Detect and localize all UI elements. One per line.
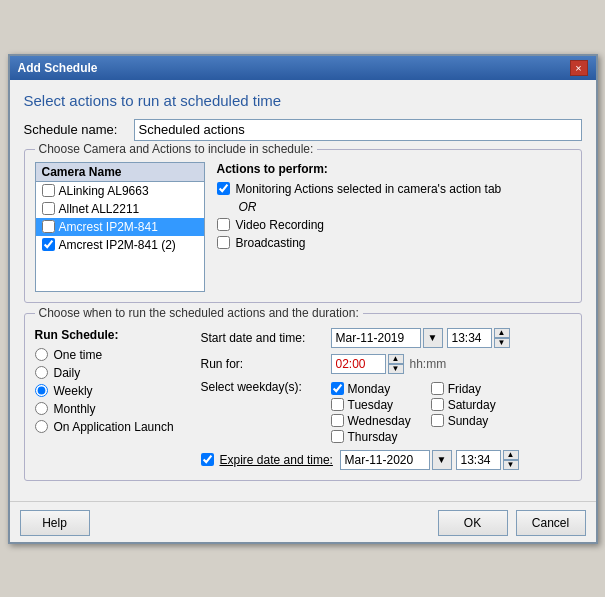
radio-app-launch[interactable]: On Application Launch (35, 420, 185, 434)
run-for-up-button[interactable]: ▲ (388, 354, 404, 364)
weekday-monday[interactable]: Monday (331, 382, 411, 396)
radio-daily-input[interactable] (35, 366, 48, 379)
weekday-check-thursday[interactable] (331, 430, 344, 443)
or-text: OR (239, 200, 571, 214)
start-date-calendar-button[interactable]: ▼ (423, 328, 443, 348)
run-for-down-button[interactable]: ▼ (388, 364, 404, 374)
weekday-tuesday[interactable]: Tuesday (331, 398, 411, 412)
radio-monthly-label: Monthly (54, 402, 96, 416)
camera-actions-section: Choose Camera and Actions to include in … (24, 149, 582, 303)
cancel-button[interactable]: Cancel (516, 510, 586, 536)
camera-item[interactable]: Allnet ALL2211 (36, 200, 204, 218)
expire-time-input[interactable] (456, 450, 501, 470)
action-video-recording[interactable]: Video Recording (217, 218, 571, 232)
radio-monthly-input[interactable] (35, 402, 48, 415)
action-check-monitoring[interactable] (217, 182, 230, 195)
expire-row: Expire date and time: ▼ ▲ ▼ (201, 450, 571, 470)
weekday-label-sunday: Sunday (448, 414, 489, 428)
action-monitoring[interactable]: Monitoring Actions selected in camera's … (217, 182, 571, 196)
action-label-broadcast: Broadcasting (236, 236, 306, 250)
actions-label: Actions to perform: (217, 162, 571, 176)
title-bar: Add Schedule × (10, 56, 596, 80)
radio-app-launch-input[interactable] (35, 420, 48, 433)
expire-time-spinner: ▲ ▼ (503, 450, 519, 470)
start-date-row: Start date and time: ▼ ▲ ▼ (201, 328, 571, 348)
start-time-up-button[interactable]: ▲ (494, 328, 510, 338)
start-time-down-button[interactable]: ▼ (494, 338, 510, 348)
ok-button[interactable]: OK (438, 510, 508, 536)
ok-cancel-buttons: OK Cancel (438, 510, 586, 536)
start-time-spinner: ▲ ▼ (494, 328, 510, 348)
start-date-controls: ▼ ▲ ▼ (331, 328, 510, 348)
camera-list-box: Camera Name ALinking AL9663 Allnet ALL22… (35, 162, 205, 292)
expire-checkbox[interactable] (201, 453, 214, 466)
radio-daily[interactable]: Daily (35, 366, 185, 380)
datetime-panel: Start date and time: ▼ ▲ ▼ (201, 328, 571, 470)
camera-name-1: Allnet ALL2211 (59, 202, 140, 216)
expire-date-input[interactable] (340, 450, 430, 470)
schedule-section: Choose when to run the scheduled actions… (24, 313, 582, 481)
camera-check-1[interactable] (42, 202, 55, 215)
weekday-label-friday: Friday (448, 382, 481, 396)
expire-date-controls: ▼ ▲ ▼ (340, 450, 519, 470)
camera-name-0: ALinking AL9663 (59, 184, 149, 198)
weekday-check-monday[interactable] (331, 382, 344, 395)
expire-time-down-button[interactable]: ▼ (503, 460, 519, 470)
camera-item-selected[interactable]: Amcrest IP2M-841 (36, 218, 204, 236)
weekday-check-tuesday[interactable] (331, 398, 344, 411)
radio-app-launch-label: On Application Launch (54, 420, 174, 434)
weekday-friday[interactable]: Friday (431, 382, 496, 396)
start-date-label: Start date and time: (201, 331, 331, 345)
expire-date-calendar-button[interactable]: ▼ (432, 450, 452, 470)
camera-item[interactable]: ALinking AL9663 (36, 182, 204, 200)
expire-time-up-button[interactable]: ▲ (503, 450, 519, 460)
run-for-controls: ▲ ▼ hh:mm (331, 354, 447, 374)
weekday-sunday[interactable]: Sunday (431, 414, 496, 428)
action-check-video[interactable] (217, 218, 230, 231)
weekday-label-tuesday: Tuesday (348, 398, 394, 412)
run-schedule-panel: Run Schedule: One time Daily Weekly (35, 328, 185, 470)
dialog-window: Add Schedule × Select actions to run at … (8, 54, 598, 544)
weekday-check-friday[interactable] (431, 382, 444, 395)
start-time-input[interactable] (447, 328, 492, 348)
weekday-check-saturday[interactable] (431, 398, 444, 411)
section-inner: Camera Name ALinking AL9663 Allnet ALL22… (35, 162, 571, 292)
schedule-section-legend: Choose when to run the scheduled actions… (35, 306, 363, 320)
camera-item[interactable]: Amcrest IP2M-841 (2) (36, 236, 204, 254)
weekday-label-thursday: Thursday (348, 430, 398, 444)
weekday-label-monday: Monday (348, 382, 391, 396)
radio-monthly[interactable]: Monthly (35, 402, 185, 416)
bottom-buttons: Help OK Cancel (10, 501, 596, 542)
weekday-check-sunday[interactable] (431, 414, 444, 427)
camera-check-0[interactable] (42, 184, 55, 197)
start-date-input[interactable] (331, 328, 421, 348)
radio-one-time[interactable]: One time (35, 348, 185, 362)
radio-one-time-input[interactable] (35, 348, 48, 361)
camera-section-legend: Choose Camera and Actions to include in … (35, 142, 318, 156)
camera-check-2[interactable] (42, 220, 55, 233)
action-broadcasting[interactable]: Broadcasting (217, 236, 571, 250)
help-button[interactable]: Help (20, 510, 90, 536)
dialog-title: Add Schedule (18, 61, 98, 75)
radio-weekly[interactable]: Weekly (35, 384, 185, 398)
weekday-check-wednesday[interactable] (331, 414, 344, 427)
weekday-label-saturday: Saturday (448, 398, 496, 412)
camera-name-3: Amcrest IP2M-841 (2) (59, 238, 176, 252)
dialog-body: Select actions to run at scheduled time … (10, 80, 596, 501)
dialog-heading: Select actions to run at scheduled time (24, 92, 582, 109)
weekday-thursday[interactable]: Thursday (331, 430, 411, 444)
run-for-label: Run for: (201, 357, 331, 371)
close-button[interactable]: × (570, 60, 588, 76)
camera-check-3[interactable] (42, 238, 55, 251)
schedule-name-label: Schedule name: (24, 122, 134, 137)
schedule-name-input[interactable] (134, 119, 582, 141)
weekday-wednesday[interactable]: Wednesday (331, 414, 411, 428)
radio-weekly-input[interactable] (35, 384, 48, 397)
run-for-input[interactable] (331, 354, 386, 374)
weekday-label-wednesday: Wednesday (348, 414, 411, 428)
actions-panel: Actions to perform: Monitoring Actions s… (217, 162, 571, 292)
action-check-broadcast[interactable] (217, 236, 230, 249)
weekdays-label: Select weekday(s): (201, 380, 331, 394)
run-for-spinner: ▲ ▼ (388, 354, 404, 374)
weekday-saturday[interactable]: Saturday (431, 398, 496, 412)
